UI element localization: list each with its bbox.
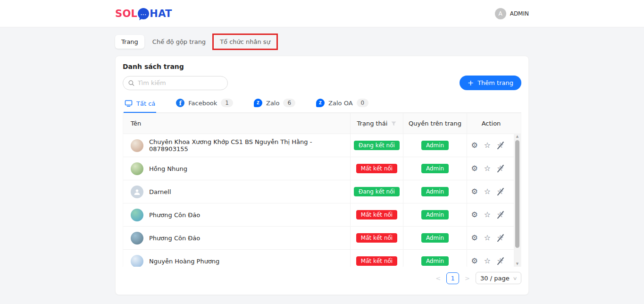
page-name: Chuyên Khoa Xương Khớp CS1 BS Nguyễn Thị…: [149, 138, 350, 152]
table-row: Nguyễn Hoàng Phương Mất kết nối Admin ⚙ …: [123, 250, 515, 267]
page-size-select[interactable]: 30 / page ∨: [476, 272, 521, 284]
page-avatar: [131, 139, 143, 152]
nav-tab-to-chuc-nhan-su[interactable]: Tổ chức nhân sự: [214, 35, 276, 49]
zalo-oa-count-badge: 0: [357, 99, 369, 107]
role-badge: Admin: [421, 233, 449, 243]
star-slash-icon[interactable]: ☆: [497, 165, 503, 172]
star-icon[interactable]: ☆: [484, 188, 491, 195]
star-slash-icon[interactable]: ☆: [497, 188, 503, 195]
logo-text-hat: HAT: [150, 8, 172, 19]
logo-text-sol: SOL: [115, 8, 137, 19]
nav-tab-che-do-gop-trang[interactable]: Chế độ gộp trang: [146, 35, 212, 49]
settings-icon[interactable]: ⚙: [471, 188, 477, 195]
add-page-button[interactable]: + Thêm trang: [460, 76, 521, 90]
monitor-icon: [125, 100, 133, 107]
settings-icon[interactable]: ⚙: [471, 211, 477, 219]
role-badge: Admin: [421, 256, 449, 266]
column-header-role: Quyền trên trang: [403, 113, 467, 134]
user-menu[interactable]: A ADMIN: [495, 8, 529, 19]
zalo-icon: Z: [316, 99, 325, 107]
table-row: Darnell Đang kết nối Admin ⚙ ☆ ☆: [123, 180, 515, 203]
pages-table: Tên Trạng thái Quyền trên trang Action C…: [123, 113, 521, 267]
scroll-down-icon[interactable]: ▼: [516, 262, 519, 266]
column-header-status: Trạng thái: [350, 113, 403, 134]
search-icon: [128, 80, 134, 86]
table-row: Chuyên Khoa Xương Khớp CS1 BS Nguyễn Thị…: [123, 134, 515, 157]
settings-icon[interactable]: ⚙: [471, 234, 477, 242]
settings-icon[interactable]: ⚙: [471, 257, 477, 265]
star-icon[interactable]: ☆: [484, 142, 491, 149]
search-input[interactable]: [138, 79, 222, 86]
zalo-count-badge: 6: [283, 99, 295, 107]
star-icon[interactable]: ☆: [484, 165, 491, 172]
pagination: < 1 > 30 / page ∨: [123, 272, 521, 284]
filter-tab-facebook[interactable]: f Facebook 1: [175, 97, 234, 112]
star-slash-icon[interactable]: ☆: [497, 257, 503, 265]
user-avatar[interactable]: A: [495, 8, 506, 19]
page-name: Hồng Nhung: [149, 165, 187, 172]
role-badge: Admin: [421, 164, 449, 173]
scrollbar-thumb[interactable]: [515, 140, 519, 248]
page-name: Nguyễn Hoàng Phương: [149, 258, 219, 265]
status-badge: Đang kết nối: [354, 141, 400, 150]
star-icon[interactable]: ☆: [484, 234, 491, 242]
nav-tab-trang[interactable]: Trang: [115, 35, 144, 49]
card-title: Danh sách trang: [123, 63, 521, 70]
status-badge: Đang kết nối: [354, 187, 400, 196]
page-avatar: [131, 209, 143, 221]
page-avatar: [131, 186, 143, 198]
chevron-down-icon: ∨: [512, 276, 517, 281]
status-badge: Mất kết nối: [356, 233, 397, 243]
star-slash-icon[interactable]: ☆: [497, 142, 503, 149]
channel-filter-tabs: Tất cả f Facebook 1 Z Zalo 6 Z Zalo OA 0: [123, 97, 521, 113]
settings-icon[interactable]: ⚙: [471, 142, 477, 149]
star-icon[interactable]: ☆: [484, 257, 491, 265]
star-slash-icon[interactable]: ☆: [497, 211, 503, 219]
star-slash-icon[interactable]: ☆: [497, 234, 503, 242]
page-name: Phương Côn Đảo: [149, 211, 200, 219]
column-header-name: Tên: [123, 113, 350, 134]
table-row: Phương Côn Đảo Mất kết nối Admin ⚙ ☆ ☆: [123, 203, 515, 227]
top-header: SOL...HAT A ADMIN: [0, 0, 644, 27]
page-nav-tabs: Trang Chế độ gộp trang Tổ chức nhân sự: [115, 35, 276, 49]
solchat-logo[interactable]: SOL...HAT: [115, 8, 172, 19]
page-avatar: [131, 162, 143, 175]
pagination-next-icon[interactable]: >: [463, 275, 471, 282]
scroll-up-icon[interactable]: ▲: [516, 135, 519, 138]
filter-tab-all[interactable]: Tất cả: [124, 98, 156, 112]
table-row: Phương Côn Đảo Mất kết nối Admin ⚙ ☆ ☆: [123, 227, 515, 250]
pagination-prev-icon[interactable]: <: [434, 275, 442, 282]
pagination-page-1[interactable]: 1: [446, 272, 459, 284]
facebook-icon: f: [176, 99, 184, 107]
facebook-count-badge: 1: [221, 99, 233, 107]
star-icon[interactable]: ☆: [484, 211, 491, 219]
filter-tab-zalo[interactable]: Z Zalo 6: [253, 97, 296, 112]
table-row: Hồng Nhung Mất kết nối Admin ⚙ ☆ ☆: [123, 157, 515, 180]
table-body: Chuyên Khoa Xương Khớp CS1 BS Nguyễn Thị…: [123, 134, 521, 267]
page-list-card: Danh sách trang + Thêm trang Tất cả f Fa…: [115, 56, 529, 295]
status-badge: Mất kết nối: [356, 256, 397, 266]
role-badge: Admin: [421, 187, 449, 196]
role-badge: Admin: [421, 210, 449, 220]
filter-tab-zalo-oa[interactable]: Z Zalo OA 0: [315, 97, 369, 112]
status-badge: Mất kết nối: [356, 164, 397, 173]
user-name-label: ADMIN: [510, 10, 529, 17]
page-avatar: [131, 232, 143, 245]
status-badge: Mất kết nối: [356, 210, 397, 220]
role-badge: Admin: [421, 141, 449, 150]
table-scrollbar[interactable]: ▲ ▼: [514, 134, 521, 267]
zalo-icon: Z: [254, 99, 262, 107]
settings-icon[interactable]: ⚙: [471, 165, 477, 172]
page-name: Darnell: [149, 188, 171, 195]
plus-icon: +: [468, 79, 474, 87]
page-avatar: [131, 255, 143, 267]
table-header-row: Tên Trạng thái Quyền trên trang Action: [123, 113, 521, 134]
chat-bubble-icon: ...: [138, 8, 149, 19]
column-header-action: Action: [467, 113, 515, 134]
filter-funnel-icon[interactable]: [391, 121, 396, 126]
search-box[interactable]: [123, 76, 228, 90]
page-name: Phương Côn Đảo: [149, 235, 200, 242]
